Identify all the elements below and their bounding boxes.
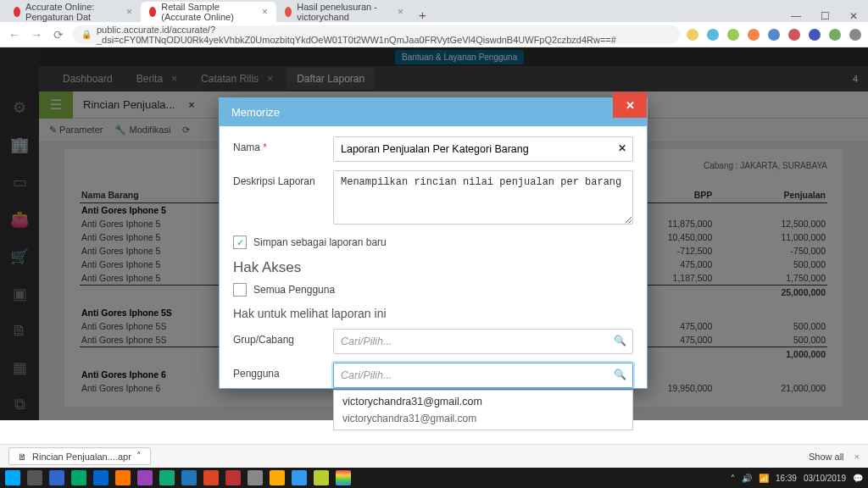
task-icon[interactable] — [292, 470, 307, 485]
chevron-up-icon[interactable]: ˄ — [136, 451, 142, 462]
tab-close-icon[interactable]: × — [398, 6, 403, 18]
window-close[interactable]: ✕ — [839, 10, 868, 22]
new-tab-button[interactable]: + — [412, 8, 433, 22]
modal-header: Memorize ✕ — [220, 97, 647, 126]
start-icon[interactable] — [5, 470, 20, 485]
task-icon[interactable] — [314, 470, 329, 485]
task-icon[interactable] — [115, 470, 131, 485]
pengguna-search-input[interactable] — [333, 363, 633, 388]
task-icon[interactable] — [93, 470, 108, 485]
user-dropdown: victorychandra31@gmail.com victorychandr… — [333, 390, 633, 430]
label-simpan: Simpan sebagai laporan baru — [253, 236, 387, 248]
extension-icons — [687, 29, 861, 41]
favicon — [149, 7, 156, 17]
browser-tab[interactable]: Hasil penelusuran - victorychand× — [276, 2, 412, 22]
download-bar: 🗎 Rincian Penjualan....apr ˄ Show all × — [0, 444, 868, 468]
deskripsi-textarea[interactable]: Menampilkan rincian nilai penjualan per … — [333, 170, 633, 225]
tab-close-icon[interactable]: × — [262, 6, 268, 18]
favicon — [14, 7, 20, 17]
ext-icon[interactable] — [687, 29, 698, 41]
ext-icon[interactable] — [727, 29, 739, 41]
semua-checkbox[interactable] — [233, 283, 247, 297]
dropdown-item[interactable]: victorychandra31@gmail.com — [334, 391, 632, 413]
window-maximize[interactable]: ☐ — [810, 10, 839, 22]
lock-icon: 🔒 — [81, 30, 92, 39]
taskbar: ˄ 🔊 📶 16:39 03/10/2019 💬 — [0, 468, 868, 488]
dropdown-item-sub: victorychandra31@gmail.com — [334, 413, 632, 430]
browser-tab[interactable]: Accurate Online: Pengaturan Dat× — [5, 2, 141, 22]
task-icon[interactable] — [203, 470, 219, 485]
modal-close-button[interactable]: ✕ — [613, 92, 647, 118]
tab-title: Hasil penelusuran - victorychand — [297, 2, 389, 22]
clear-icon[interactable]: ✕ — [618, 142, 626, 154]
forward-icon[interactable]: → — [29, 28, 44, 42]
simpan-checkbox[interactable]: ✓ — [233, 236, 247, 249]
label-pengguna: Pengguna — [233, 363, 333, 380]
tray-icon[interactable]: 🔊 — [742, 474, 752, 483]
browser-tab[interactable]: Retail Sample (Accurate Online)× — [141, 2, 276, 22]
browser-tab-strip: Accurate Online: Pengaturan Dat× Retail … — [0, 0, 868, 22]
notification-icon[interactable]: 💬 — [853, 474, 863, 483]
hak-akses-heading: Hak Akses — [233, 259, 633, 276]
task-icon[interactable] — [71, 470, 86, 485]
nama-input[interactable] — [333, 136, 633, 162]
window-controls: — ☐ ✕ — [782, 10, 868, 22]
modal-title: Memorize — [231, 106, 280, 119]
show-all-downloads[interactable]: Show all — [809, 452, 844, 462]
task-icon[interactable] — [181, 470, 197, 485]
ext-icon[interactable] — [809, 29, 821, 41]
task-icon[interactable] — [225, 470, 241, 485]
search-icon[interactable]: 🔍 — [614, 369, 626, 380]
favicon — [285, 7, 292, 17]
clock-date[interactable]: 03/10/2019 — [804, 474, 846, 483]
task-icon[interactable] — [270, 470, 285, 485]
ext-icon[interactable] — [748, 29, 760, 41]
label-semua: Semua Pengguna — [253, 284, 335, 296]
ext-icon[interactable] — [829, 29, 841, 41]
hak-melihat-heading: Hak untuk melihat laporan ini — [233, 307, 633, 320]
address-bar: ← → ⟳ 🔒 public.accurate.id/accurate/?_ds… — [0, 22, 868, 47]
label-nama: Nama * — [233, 136, 333, 153]
download-item[interactable]: 🗎 Rincian Penjualan....apr ˄ — [8, 447, 151, 465]
tab-title: Retail Sample (Accurate Online) — [161, 2, 253, 22]
close-icon[interactable]: × — [854, 452, 860, 462]
clock-time[interactable]: 16:39 — [776, 474, 797, 483]
grup-search-input[interactable] — [333, 329, 633, 354]
task-icon[interactable] — [137, 470, 153, 485]
app-viewport: Bantuan & Layanan Pengguna Dashboard Ber… — [0, 47, 868, 420]
ext-icon[interactable] — [707, 29, 719, 41]
label-deskripsi: Deskripsi Laporan — [233, 170, 333, 187]
reload-icon[interactable]: ⟳ — [51, 28, 66, 42]
task-icon[interactable] — [159, 470, 175, 485]
task-icon[interactable] — [248, 470, 263, 485]
ext-icon[interactable] — [788, 29, 800, 41]
ext-icon[interactable] — [768, 29, 780, 41]
label-grup: Grup/Cabang — [233, 329, 333, 346]
task-icon[interactable] — [49, 470, 64, 485]
tray-chevron-icon[interactable]: ˄ — [731, 474, 735, 483]
url-field[interactable]: 🔒 public.accurate.id/accurate/?_dsi=cFY0… — [73, 25, 680, 44]
url-text: public.accurate.id/accurate/?_dsi=cFY0MT… — [97, 25, 671, 45]
tray-icon[interactable]: 📶 — [759, 474, 769, 483]
tab-title: Accurate Online: Pengaturan Dat — [25, 2, 118, 22]
tab-close-icon[interactable]: × — [126, 6, 132, 18]
window-minimize[interactable]: — — [782, 10, 810, 22]
memorize-modal: Memorize ✕ Nama * ✕ Deskripsi Laporan Me… — [219, 97, 648, 389]
avatar-icon[interactable] — [849, 29, 861, 41]
task-icon[interactable] — [27, 470, 42, 485]
chrome-icon[interactable] — [336, 470, 351, 485]
back-icon[interactable]: ← — [7, 28, 22, 42]
search-icon[interactable]: 🔍 — [614, 335, 626, 347]
system-tray: ˄ 🔊 📶 16:39 03/10/2019 💬 — [731, 474, 863, 483]
